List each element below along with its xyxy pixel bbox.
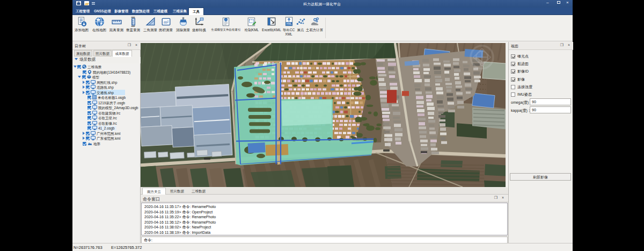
svg-text:XML: XML [286, 22, 292, 25]
svg-text:m²: m² [163, 20, 169, 25]
svg-text:↑: ↑ [225, 18, 226, 21]
